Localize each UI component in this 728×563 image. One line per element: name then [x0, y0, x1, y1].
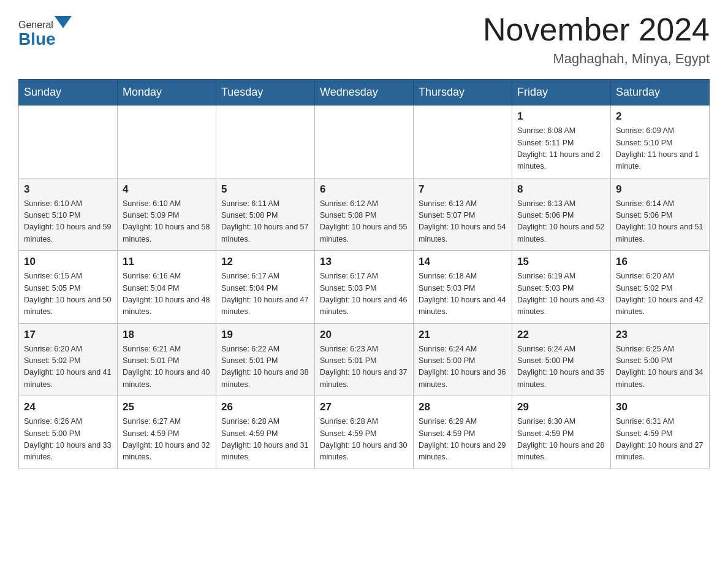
- day-number: 6: [320, 183, 408, 196]
- day-info: Sunrise: 6:23 AM Sunset: 5:01 PM Dayligh…: [320, 343, 408, 391]
- day-info: Sunrise: 6:19 AM Sunset: 5:03 PM Dayligh…: [517, 270, 605, 318]
- day-info: Sunrise: 6:20 AM Sunset: 5:02 PM Dayligh…: [24, 343, 112, 391]
- day-info: Sunrise: 6:10 AM Sunset: 5:10 PM Dayligh…: [24, 198, 112, 246]
- day-cell-2-1: 11Sunrise: 6:16 AM Sunset: 5:04 PM Dayli…: [118, 251, 216, 324]
- day-cell-4-2: 26Sunrise: 6:28 AM Sunset: 4:59 PM Dayli…: [216, 396, 315, 469]
- day-cell-1-2: 5Sunrise: 6:11 AM Sunset: 5:08 PM Daylig…: [216, 178, 315, 251]
- header-thursday: Thursday: [414, 80, 512, 105]
- day-number: 9: [616, 183, 704, 196]
- day-info: Sunrise: 6:26 AM Sunset: 5:00 PM Dayligh…: [24, 416, 112, 464]
- month-year-title: November 2024: [483, 12, 710, 47]
- header-tuesday: Tuesday: [216, 80, 315, 105]
- day-number: 22: [517, 329, 605, 341]
- day-cell-1-5: 8Sunrise: 6:13 AM Sunset: 5:06 PM Daylig…: [512, 178, 611, 251]
- day-info: Sunrise: 6:17 AM Sunset: 5:04 PM Dayligh…: [221, 270, 309, 318]
- week-row-1: 1Sunrise: 6:08 AM Sunset: 5:11 PM Daylig…: [19, 105, 710, 178]
- day-info: Sunrise: 6:09 AM Sunset: 5:10 PM Dayligh…: [616, 125, 704, 173]
- day-number: 8: [517, 183, 605, 196]
- header-friday: Friday: [512, 80, 611, 105]
- day-cell-3-4: 21Sunrise: 6:24 AM Sunset: 5:00 PM Dayli…: [414, 323, 512, 396]
- day-cell-3-2: 19Sunrise: 6:22 AM Sunset: 5:01 PM Dayli…: [216, 323, 315, 396]
- day-number: 30: [616, 401, 704, 413]
- day-number: 27: [320, 401, 408, 413]
- day-number: 25: [123, 401, 211, 413]
- day-info: Sunrise: 6:10 AM Sunset: 5:09 PM Dayligh…: [123, 198, 211, 246]
- day-info: Sunrise: 6:13 AM Sunset: 5:07 PM Dayligh…: [419, 198, 507, 246]
- day-info: Sunrise: 6:24 AM Sunset: 5:00 PM Dayligh…: [419, 343, 507, 391]
- day-number: 17: [24, 329, 112, 341]
- day-info: Sunrise: 6:30 AM Sunset: 4:59 PM Dayligh…: [517, 416, 605, 464]
- day-cell-3-0: 17Sunrise: 6:20 AM Sunset: 5:02 PM Dayli…: [19, 323, 118, 396]
- day-number: 19: [221, 329, 309, 341]
- day-info: Sunrise: 6:08 AM Sunset: 5:11 PM Dayligh…: [517, 125, 605, 173]
- day-info: Sunrise: 6:18 AM Sunset: 5:03 PM Dayligh…: [419, 270, 507, 318]
- day-number: 13: [320, 256, 408, 268]
- day-cell-2-0: 10Sunrise: 6:15 AM Sunset: 5:05 PM Dayli…: [19, 251, 118, 324]
- title-block: November 2024 Maghaghah, Minya, Egypt: [483, 12, 710, 67]
- day-number: 3: [24, 183, 112, 196]
- week-row-5: 24Sunrise: 6:26 AM Sunset: 5:00 PM Dayli…: [19, 396, 710, 469]
- day-cell-3-3: 20Sunrise: 6:23 AM Sunset: 5:01 PM Dayli…: [315, 323, 414, 396]
- day-info: Sunrise: 6:31 AM Sunset: 4:59 PM Dayligh…: [616, 416, 704, 464]
- day-cell-1-3: 6Sunrise: 6:12 AM Sunset: 5:08 PM Daylig…: [315, 178, 414, 251]
- weekday-header-row: Sunday Monday Tuesday Wednesday Thursday…: [19, 80, 710, 105]
- page-header: General Blue November 2024 Maghaghah, Mi…: [18, 12, 710, 67]
- day-info: Sunrise: 6:17 AM Sunset: 5:03 PM Dayligh…: [320, 270, 408, 318]
- day-number: 24: [24, 401, 112, 413]
- day-number: 21: [419, 329, 507, 341]
- day-info: Sunrise: 6:20 AM Sunset: 5:02 PM Dayligh…: [616, 270, 704, 318]
- day-info: Sunrise: 6:28 AM Sunset: 4:59 PM Dayligh…: [320, 416, 408, 464]
- day-info: Sunrise: 6:24 AM Sunset: 5:00 PM Dayligh…: [517, 343, 605, 391]
- day-cell-1-6: 9Sunrise: 6:14 AM Sunset: 5:06 PM Daylig…: [611, 178, 710, 251]
- day-cell-2-5: 15Sunrise: 6:19 AM Sunset: 5:03 PM Dayli…: [512, 251, 611, 324]
- week-row-3: 10Sunrise: 6:15 AM Sunset: 5:05 PM Dayli…: [19, 251, 710, 324]
- day-cell-2-3: 13Sunrise: 6:17 AM Sunset: 5:03 PM Dayli…: [315, 251, 414, 324]
- day-cell-4-6: 30Sunrise: 6:31 AM Sunset: 4:59 PM Dayli…: [611, 396, 710, 469]
- day-cell-2-4: 14Sunrise: 6:18 AM Sunset: 5:03 PM Dayli…: [414, 251, 512, 324]
- day-number: 14: [419, 256, 507, 268]
- day-number: 29: [517, 401, 605, 413]
- day-number: 26: [221, 401, 309, 413]
- day-cell-1-1: 4Sunrise: 6:10 AM Sunset: 5:09 PM Daylig…: [118, 178, 216, 251]
- day-number: 20: [320, 329, 408, 341]
- day-cell-0-0: [19, 105, 118, 178]
- day-cell-0-5: 1Sunrise: 6:08 AM Sunset: 5:11 PM Daylig…: [512, 105, 611, 178]
- day-info: Sunrise: 6:28 AM Sunset: 4:59 PM Dayligh…: [221, 416, 309, 464]
- header-wednesday: Wednesday: [315, 80, 414, 105]
- day-cell-4-4: 28Sunrise: 6:29 AM Sunset: 4:59 PM Dayli…: [414, 396, 512, 469]
- day-info: Sunrise: 6:21 AM Sunset: 5:01 PM Dayligh…: [123, 343, 211, 391]
- day-cell-0-1: [118, 105, 216, 178]
- day-number: 18: [123, 329, 211, 341]
- day-number: 11: [123, 256, 211, 268]
- day-number: 5: [221, 183, 309, 196]
- logo: General Blue: [18, 12, 73, 49]
- day-info: Sunrise: 6:27 AM Sunset: 4:59 PM Dayligh…: [123, 416, 211, 464]
- day-number: 1: [517, 110, 605, 123]
- day-cell-0-4: [414, 105, 512, 178]
- day-number: 16: [616, 256, 704, 268]
- day-number: 12: [221, 256, 309, 268]
- day-info: Sunrise: 6:22 AM Sunset: 5:01 PM Dayligh…: [221, 343, 309, 391]
- day-info: Sunrise: 6:14 AM Sunset: 5:06 PM Dayligh…: [616, 198, 704, 246]
- header-monday: Monday: [118, 80, 216, 105]
- location-subtitle: Maghaghah, Minya, Egypt: [483, 51, 710, 67]
- day-info: Sunrise: 6:15 AM Sunset: 5:05 PM Dayligh…: [24, 270, 112, 318]
- day-number: 7: [419, 183, 507, 196]
- day-info: Sunrise: 6:13 AM Sunset: 5:06 PM Dayligh…: [517, 198, 605, 246]
- day-number: 23: [616, 329, 704, 341]
- day-number: 28: [419, 401, 507, 413]
- day-cell-4-1: 25Sunrise: 6:27 AM Sunset: 4:59 PM Dayli…: [118, 396, 216, 469]
- day-cell-4-5: 29Sunrise: 6:30 AM Sunset: 4:59 PM Dayli…: [512, 396, 611, 469]
- week-row-2: 3Sunrise: 6:10 AM Sunset: 5:10 PM Daylig…: [19, 178, 710, 251]
- day-info: Sunrise: 6:29 AM Sunset: 4:59 PM Dayligh…: [419, 416, 507, 464]
- day-cell-2-2: 12Sunrise: 6:17 AM Sunset: 5:04 PM Dayli…: [216, 251, 315, 324]
- day-info: Sunrise: 6:25 AM Sunset: 5:00 PM Dayligh…: [616, 343, 704, 391]
- day-cell-3-1: 18Sunrise: 6:21 AM Sunset: 5:01 PM Dayli…: [118, 323, 216, 396]
- day-cell-0-2: [216, 105, 315, 178]
- logo-blue-text: Blue: [18, 29, 56, 48]
- day-cell-2-6: 16Sunrise: 6:20 AM Sunset: 5:02 PM Dayli…: [611, 251, 710, 324]
- day-cell-0-3: [315, 105, 414, 178]
- day-number: 10: [24, 256, 112, 268]
- day-cell-3-6: 23Sunrise: 6:25 AM Sunset: 5:00 PM Dayli…: [611, 323, 710, 396]
- day-info: Sunrise: 6:11 AM Sunset: 5:08 PM Dayligh…: [221, 198, 309, 246]
